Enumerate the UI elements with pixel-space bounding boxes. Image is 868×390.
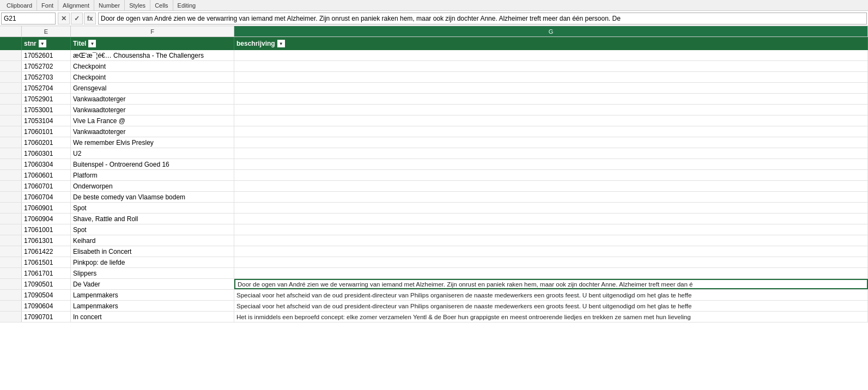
cell-beschrijving[interactable] (234, 83, 868, 93)
name-box[interactable] (1, 13, 56, 25)
table-row: 17061701 Slippers (0, 268, 868, 279)
cell-stnr[interactable]: 17060301 (22, 148, 71, 159)
formula-icons: ✕ ✓ fx (58, 13, 96, 25)
cell-beschrijving[interactable] (234, 257, 868, 267)
ribbon-clipboard: Clipboard (2, 0, 37, 10)
cell-titel[interactable]: Vankwaadtoterger (71, 126, 234, 137)
row-number (0, 192, 22, 202)
confirm-button[interactable]: ✓ (71, 13, 83, 25)
cell-titel[interactable]: æŒ'æ¯¦é€… Chousensha - The Challengers (71, 50, 234, 60)
cell-titel[interactable]: We remember Elvis Presley (71, 137, 234, 148)
cell-stnr[interactable]: 17061701 (22, 268, 71, 278)
cell-titel[interactable]: Checkpoint (71, 61, 234, 71)
table-row: 17060901 Spot (0, 203, 868, 214)
cell-stnr[interactable]: 17090504 (22, 290, 71, 300)
cell-beschrijving[interactable] (234, 94, 868, 104)
cell-beschrijving[interactable] (234, 170, 868, 180)
cell-stnr[interactable]: 17061501 (22, 257, 71, 267)
cell-titel[interactable]: Buitenspel - Ontroerend Goed 16 (71, 159, 234, 169)
cell-beschrijving[interactable] (234, 181, 868, 191)
cell-titel[interactable]: Vankwaadtoterger (71, 105, 234, 115)
cell-titel[interactable]: Spot (71, 203, 234, 213)
cell-stnr[interactable]: 17060101 (22, 126, 71, 137)
ribbon-styles-label: Styles (129, 2, 145, 9)
cell-stnr[interactable]: 17060904 (22, 214, 71, 224)
cell-beschrijving[interactable]: Speciaal voor het afscheid van de oud pr… (234, 301, 868, 311)
filter-btn-titel[interactable]: ▼ (88, 40, 96, 47)
cell-titel[interactable]: Shave, Rattle and Roll (71, 214, 234, 224)
row-number (0, 279, 22, 289)
cell-beschrijving[interactable] (234, 50, 868, 60)
cell-titel[interactable]: Vive La France @ (71, 115, 234, 126)
spreadsheet: E F G stnr ▼ Titel ▼ beschrijving ▼ 1705… (0, 26, 868, 389)
filter-btn-beschrijving[interactable]: ▼ (277, 40, 285, 47)
formula-input[interactable] (98, 13, 867, 25)
cell-stnr[interactable]: 17060704 (22, 192, 71, 202)
cell-stnr[interactable]: 17061301 (22, 235, 71, 246)
cell-titel[interactable]: Elisabeth in Concert (71, 246, 234, 257)
cell-beschrijving[interactable] (234, 115, 868, 126)
cell-beschrijving[interactable] (234, 203, 868, 213)
cell-beschrijving[interactable] (234, 246, 868, 257)
cell-stnr[interactable]: 17061001 (22, 224, 71, 235)
cell-beschrijving[interactable] (234, 268, 868, 278)
table-row: 17052704 Grensgeval (0, 83, 868, 94)
cell-beschrijving[interactable] (234, 137, 868, 148)
cell-stnr[interactable]: 17060201 (22, 137, 71, 148)
function-button[interactable]: fx (84, 13, 96, 25)
cell-beschrijving[interactable] (234, 72, 868, 82)
cell-stnr[interactable]: 17060304 (22, 159, 71, 169)
cell-stnr[interactable]: 17090604 (22, 301, 71, 311)
table-row: 17052901 Vankwaadtoterger (0, 94, 868, 105)
cell-stnr[interactable]: 17052901 (22, 94, 71, 104)
cell-beschrijving[interactable] (234, 192, 868, 202)
cell-beschrijving[interactable] (234, 214, 868, 224)
cell-titel[interactable]: De Vader (71, 279, 234, 289)
cell-stnr[interactable]: 17052702 (22, 61, 71, 71)
cell-titel[interactable]: Onderworpen (71, 181, 234, 191)
cell-titel[interactable]: De beste comedy van Vlaamse bodem (71, 192, 234, 202)
cell-stnr[interactable]: 17052601 (22, 50, 71, 60)
cell-beschrijving[interactable]: Speciaal voor het afscheid van de oud pr… (234, 290, 868, 300)
cell-stnr[interactable]: 17053104 (22, 115, 71, 126)
cell-beschrijving[interactable] (234, 61, 868, 71)
cell-stnr[interactable]: 17060901 (22, 203, 71, 213)
cell-beschrijving[interactable]: Door de ogen van André zien we de verwar… (234, 279, 868, 289)
cell-stnr[interactable]: 17060701 (22, 181, 71, 191)
cell-beschrijving[interactable] (234, 224, 868, 235)
cell-beschrijving[interactable] (234, 126, 868, 137)
cell-titel[interactable]: Spot (71, 224, 234, 235)
header-cell-stnr: stnr ▼ (22, 37, 71, 50)
cell-titel[interactable]: Vankwaadtoterger (71, 94, 234, 104)
cell-titel[interactable]: Grensgeval (71, 83, 234, 93)
cell-beschrijving[interactable]: Het is inmiddels een beproefd concept: e… (234, 312, 868, 322)
ribbon-editing: Editing (173, 0, 201, 10)
cell-titel[interactable]: Checkpoint (71, 72, 234, 82)
cell-stnr[interactable]: 17090701 (22, 312, 71, 322)
filter-btn-stnr[interactable]: ▼ (39, 40, 46, 47)
cell-titel[interactable]: U2 (71, 148, 234, 159)
cell-stnr[interactable]: 17052703 (22, 72, 71, 82)
table-row: 17060904 Shave, Rattle and Roll (0, 214, 868, 224)
cell-titel[interactable]: Slippers (71, 268, 234, 278)
cell-stnr[interactable]: 17060601 (22, 170, 71, 180)
header-beschrijving-label: beschrijving (236, 40, 275, 47)
cancel-button[interactable]: ✕ (58, 13, 70, 25)
cell-beschrijving[interactable] (234, 105, 868, 115)
row-number (0, 83, 22, 93)
cell-beschrijving[interactable] (234, 159, 868, 169)
cell-stnr[interactable]: 17052704 (22, 83, 71, 93)
cell-stnr[interactable]: 17090501 (22, 279, 71, 289)
cell-titel[interactable]: Pinkpop: de liefde (71, 257, 234, 267)
cell-titel[interactable]: Lampenmakers (71, 290, 234, 300)
cell-stnr[interactable]: 17061422 (22, 246, 71, 257)
cell-titel[interactable]: Lampenmakers (71, 301, 234, 311)
cell-stnr[interactable]: 17053001 (22, 105, 71, 115)
cell-beschrijving[interactable] (234, 235, 868, 246)
cell-titel[interactable]: Platform (71, 170, 234, 180)
cell-titel[interactable]: In concert (71, 312, 234, 322)
ribbon-font-label: Font (41, 2, 53, 9)
cell-titel[interactable]: Keihard (71, 235, 234, 246)
cell-beschrijving[interactable] (234, 148, 868, 159)
row-number (0, 170, 22, 180)
